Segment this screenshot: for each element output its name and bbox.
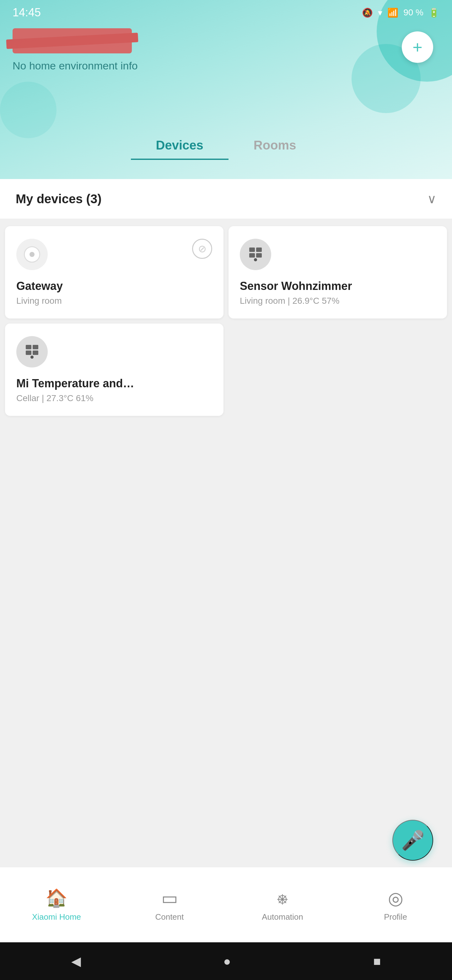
device-icon-row-sensor xyxy=(240,239,436,270)
back-button[interactable]: ◀ xyxy=(71,954,81,968)
device-icon-row-mi xyxy=(16,336,212,368)
recent-button[interactable]: ■ xyxy=(373,954,381,968)
home-logo-area: No home environment info xyxy=(13,28,138,72)
off-icon-gateway: ⊘ xyxy=(192,239,212,259)
sensor-icon-mi xyxy=(16,336,48,368)
plus-icon: + xyxy=(412,39,422,56)
nav-label-automation: Automation xyxy=(262,912,303,922)
nav-item-automation[interactable]: ⎈ Automation xyxy=(226,882,339,928)
automation-icon: ⎈ xyxy=(277,888,288,908)
main-content: My devices (3) ∨ ⊘ Gateway Living room xyxy=(0,179,452,905)
content-icon: ▭ xyxy=(161,888,178,908)
signal-icon: 📶 xyxy=(387,8,398,18)
status-time: 14:45 xyxy=(13,6,41,19)
battery-icon: 🔋 xyxy=(428,8,439,18)
device-location-mi-temperature: Cellar | 27.3°C 61% xyxy=(16,393,212,403)
microphone-icon: 🎤 xyxy=(401,829,425,851)
profile-icon: ◎ xyxy=(388,888,403,908)
device-name-sensor-wohnzimmer: Sensor Wohnzimmer xyxy=(240,280,436,293)
status-bar: 14:45 🔕 ▾ 📶 90 % 🔋 xyxy=(0,0,452,25)
nav-item-content[interactable]: ▭ Content xyxy=(113,882,226,928)
battery-level: 90 % xyxy=(403,8,423,18)
tab-rooms[interactable]: Rooms xyxy=(228,132,322,160)
deco-circle-3 xyxy=(0,82,57,138)
nav-item-home[interactable]: 🏠 Xiaomi Home xyxy=(0,881,113,928)
nav-label-home: Xiaomi Home xyxy=(32,912,81,922)
add-button[interactable]: + xyxy=(402,32,433,63)
no-home-text: No home environment info xyxy=(13,60,138,72)
tabs-container: Devices Rooms xyxy=(0,132,452,160)
devices-title: My devices (3) xyxy=(16,192,102,206)
chevron-down-icon: ∨ xyxy=(427,192,436,206)
microphone-fab[interactable]: 🎤 xyxy=(392,820,433,861)
tab-devices[interactable]: Devices xyxy=(131,132,228,160)
nav-label-profile: Profile xyxy=(384,912,407,922)
nav-label-content: Content xyxy=(155,912,184,922)
device-card-sensor-wohnzimmer[interactable]: Sensor Wohnzimmer Living room | 26.9°C 5… xyxy=(228,226,447,318)
bottom-nav: 🏠 Xiaomi Home ▭ Content ⎈ Automation ◎ P… xyxy=(0,867,452,942)
wifi-icon: ▾ xyxy=(378,8,382,18)
gateway-icon xyxy=(16,239,48,270)
device-location-gateway: Living room xyxy=(16,296,212,306)
sensor-icon-wohnzimmer xyxy=(240,239,271,270)
home-button[interactable]: ● xyxy=(223,954,231,968)
system-nav: ◀ ● ■ xyxy=(0,942,452,980)
device-icon-row-gateway: ⊘ xyxy=(16,239,212,270)
nav-item-profile[interactable]: ◎ Profile xyxy=(339,882,452,928)
status-icons: 🔕 ▾ 📶 90 % 🔋 xyxy=(362,8,439,18)
device-location-sensor-wohnzimmer: Living room | 26.9°C 57% xyxy=(240,296,436,306)
device-name-mi-temperature: Mi Temperature and… xyxy=(16,377,212,390)
device-card-gateway[interactable]: ⊘ Gateway Living room xyxy=(5,226,224,318)
devices-header[interactable]: My devices (3) ∨ xyxy=(0,179,452,219)
device-name-gateway: Gateway xyxy=(16,280,212,293)
redacted-logo xyxy=(13,28,132,53)
home-icon: 🏠 xyxy=(46,888,68,908)
notification-icon: 🔕 xyxy=(362,8,373,18)
device-card-mi-temperature[interactable]: Mi Temperature and… Cellar | 27.3°C 61% xyxy=(5,323,224,416)
devices-grid: ⊘ Gateway Living room Sensor Wohn xyxy=(0,221,452,421)
